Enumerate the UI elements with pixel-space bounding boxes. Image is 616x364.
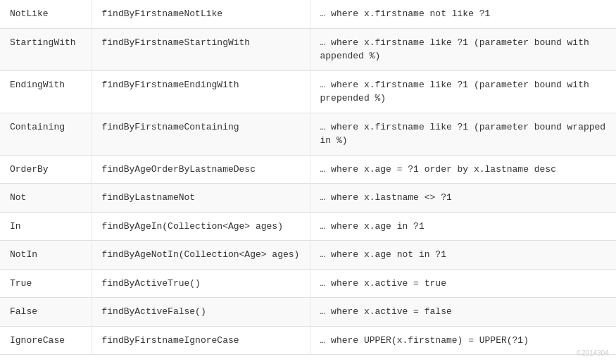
sample-cell: findByFirstnameStartingWith: [92, 28, 310, 70]
table-row: FalsefindByActiveFalse()… where x.active…: [0, 298, 616, 327]
jpql-cell: … where x.active = true: [310, 269, 616, 298]
sample-cell: findByLastnameNot: [92, 184, 310, 213]
keyword-cell: True: [0, 269, 92, 298]
keyword-cell: NotIn: [0, 241, 92, 270]
table-row: ContainingfindByFirstnameContaining… whe…: [0, 113, 616, 155]
keyword-cell: False: [0, 298, 92, 327]
jpql-cell: … where x.firstname like ?1 (parameter b…: [310, 28, 616, 70]
jpql-cell: … where UPPER(x.firstname) = UPPER(?1): [310, 326, 616, 355]
table-row: NotLikefindByFirstnameNotLike… where x.f…: [0, 0, 616, 28]
jpql-cell: … where x.age = ?1 order by x.lastname d…: [310, 155, 616, 184]
table-row: OrderByfindByAgeOrderByLastnameDesc… whe…: [0, 155, 616, 184]
table-row: NotInfindByAgeNotIn(Collection<Age> ages…: [0, 241, 616, 270]
keyword-cell: IgnoreCase: [0, 326, 92, 355]
keyword-cell: Containing: [0, 113, 92, 155]
sample-cell: findByFirstnameIgnoreCase: [92, 326, 310, 355]
sample-cell: findByAgeNotIn(Collection<Age> ages): [92, 241, 310, 270]
keyword-cell: In: [0, 212, 92, 241]
keyword-cell: EndingWith: [0, 70, 92, 113]
jpql-cell: … where x.lastname <> ?1: [310, 184, 616, 213]
sample-cell: findByActiveFalse(): [92, 298, 310, 327]
jpql-cell: … where x.firstname like ?1 (parameter b…: [310, 70, 616, 113]
jpql-cell: … where x.firstname not like ?1: [310, 0, 616, 28]
table-row: NotfindByLastnameNot… where x.lastname <…: [0, 184, 616, 213]
reference-table: NotLikefindByFirstnameNotLike… where x.f…: [0, 0, 616, 355]
watermark: ©2014304: [577, 349, 609, 357]
sample-cell: findByFirstnameContaining: [92, 113, 310, 155]
jpql-cell: … where x.age not in ?1: [310, 241, 616, 270]
sample-cell: findByAgeOrderByLastnameDesc: [92, 155, 310, 184]
sample-cell: findByAgeIn(Collection<Age> ages): [92, 212, 310, 241]
table-row: IgnoreCasefindByFirstnameIgnoreCase… whe…: [0, 326, 616, 355]
jpql-cell: … where x.age in ?1: [310, 212, 616, 241]
keyword-cell: OrderBy: [0, 155, 92, 184]
keyword-cell: Not: [0, 184, 92, 213]
sample-cell: findByFirstnameEndingWith: [92, 70, 310, 113]
table-row: TruefindByActiveTrue()… where x.active =…: [0, 269, 616, 298]
keyword-cell: StartingWith: [0, 28, 92, 70]
table-row: StartingWithfindByFirstnameStartingWith……: [0, 28, 616, 70]
sample-cell: findByActiveTrue(): [92, 269, 310, 298]
jpql-cell: … where x.firstname like ?1 (parameter b…: [310, 113, 616, 155]
jpql-cell: … where x.active = false: [310, 298, 616, 327]
table-row: EndingWithfindByFirstnameEndingWith… whe…: [0, 70, 616, 113]
table-row: InfindByAgeIn(Collection<Age> ages)… whe…: [0, 212, 616, 241]
keyword-cell: NotLike: [0, 0, 92, 28]
sample-cell: findByFirstnameNotLike: [92, 0, 310, 28]
